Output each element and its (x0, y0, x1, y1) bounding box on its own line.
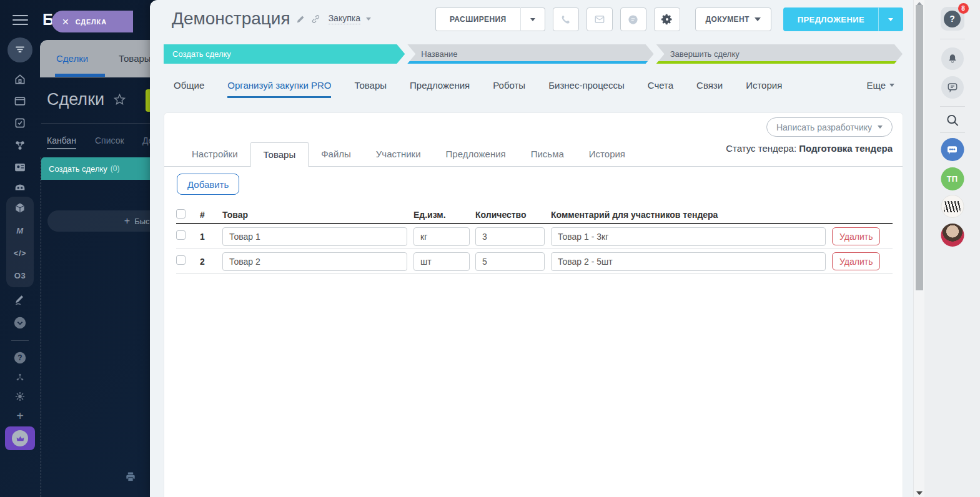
chevron-down-circle-icon[interactable] (13, 316, 27, 330)
structure-icon[interactable] (16, 373, 25, 382)
products-table: # Товар Ед.изм. Количество Комментарий д… (176, 207, 893, 274)
document-button[interactable]: ДОКУМЕНТ (695, 7, 771, 31)
company-icon[interactable] (14, 73, 26, 86)
scrollbar-thumb[interactable] (916, 5, 923, 290)
help-circle-icon[interactable]: ? (13, 351, 27, 365)
general-chat-avatar[interactable] (941, 138, 964, 161)
tab-more[interactable]: Еще (866, 80, 894, 91)
edit-pencil-icon[interactable] (296, 14, 305, 24)
product-name-input[interactable] (222, 227, 407, 246)
settings-gear-icon[interactable] (15, 391, 26, 402)
favorite-star-icon[interactable] (113, 93, 126, 106)
svg-text:?: ? (17, 353, 22, 362)
tab-procurement-pro[interactable]: Организуй закупки PRO (227, 80, 331, 98)
menu-hamburger-icon[interactable] (12, 15, 28, 28)
itab-letters[interactable]: Письма (518, 142, 577, 166)
extensions-button[interactable]: РАСШИРЕНИЯ (435, 7, 520, 31)
divider (41, 123, 165, 124)
helpdesk-button[interactable]: ? 8 (941, 7, 964, 31)
extensions-dropdown-button[interactable] (520, 7, 545, 31)
write-developer-button[interactable]: Написать разработчику (766, 117, 893, 137)
sites-icon[interactable] (14, 95, 26, 107)
add-product-button[interactable]: Добавить (177, 174, 239, 195)
code-icon[interactable]: </> (14, 248, 26, 258)
itab-proposals[interactable]: Предложения (433, 142, 518, 166)
settings-gear-icon-toolbar[interactable] (654, 7, 680, 31)
vertical-scrollbar[interactable] (913, 0, 924, 497)
view-tab-kanban[interactable]: Канбан (47, 135, 76, 149)
workspace-tab-products[interactable]: Товары (119, 53, 151, 64)
phone-icon[interactable] (553, 7, 579, 31)
itab-settings[interactable]: Настройки (179, 142, 250, 166)
search-icon[interactable] (945, 113, 959, 127)
plan-crown-item[interactable] (5, 426, 35, 450)
comment-input[interactable] (551, 252, 826, 271)
view-tab-list[interactable]: Список (95, 135, 124, 145)
tab-links[interactable]: Связи (696, 80, 723, 96)
procurement-card: Написать разработчику Статус тендера: По… (164, 112, 903, 497)
stage-finish-deal[interactable]: Завершить сделку (656, 44, 903, 64)
messenger-icon[interactable] (941, 76, 964, 99)
robot-icon[interactable] (13, 180, 27, 194)
comment-input[interactable] (551, 227, 826, 246)
feedback-chat-icon[interactable] (620, 7, 646, 31)
deal-category-selector[interactable]: Закупка (329, 13, 360, 24)
scroll-down-arrow[interactable] (916, 491, 923, 495)
document-label: ДОКУМЕНТ (706, 15, 750, 24)
tasks-icon[interactable] (14, 117, 26, 129)
extensions-split-button: РАСШИРЕНИЯ (435, 7, 545, 31)
printer-icon[interactable] (124, 471, 137, 483)
itab-participants[interactable]: Участники (364, 142, 433, 166)
tab-robots[interactable]: Роботы (493, 80, 525, 96)
stage-create-deal[interactable]: Создать сделку (164, 44, 405, 64)
deal-tabs: Общие Организуй закупки PRO Товары Предл… (174, 80, 894, 98)
sign-pen-icon[interactable] (14, 293, 26, 306)
user-photo-avatar[interactable] (941, 224, 964, 247)
select-all-checkbox[interactable] (176, 209, 186, 219)
quantity-input[interactable] (475, 252, 545, 271)
proposal-button[interactable]: ПРЕДЛОЖЕНИЕ (783, 7, 878, 31)
workspace-tab-strip: Сделки Товары (40, 40, 165, 77)
contacts-icon[interactable] (14, 161, 27, 174)
link-icon[interactable] (311, 14, 320, 24)
market-icon[interactable]: M (16, 226, 23, 235)
itab-files[interactable]: Файлы (309, 142, 364, 166)
tab-history[interactable]: История (746, 80, 782, 96)
tab-general[interactable]: Общие (174, 80, 204, 96)
itab-history[interactable]: История (577, 142, 638, 166)
delete-row-button[interactable]: Удалить (832, 227, 880, 245)
tp-avatar[interactable]: ТП (941, 167, 964, 190)
right-sidebar: ? 8 ТП (924, 0, 980, 497)
product-name-input[interactable] (222, 252, 407, 271)
add-deal-button-fragment[interactable] (146, 89, 150, 112)
proposal-dropdown-button[interactable] (878, 7, 903, 31)
unit-input[interactable] (413, 227, 470, 246)
quick-deal-button[interactable]: + Быстра (47, 210, 165, 232)
itab-products[interactable]: Товары (250, 142, 309, 167)
company-logo-avatar[interactable] (941, 195, 964, 218)
unit-input[interactable] (413, 252, 470, 271)
kanban-column-header[interactable]: Создать сделку (0) (41, 157, 165, 180)
delete-row-button[interactable]: Удалить (832, 252, 880, 270)
tab-products[interactable]: Товары (354, 80, 387, 96)
deal-toolbar: РАСШИРЕНИЯ ДОКУМЕНТ ПРЕДЛОЖЕНИЕ (435, 7, 903, 31)
network-icon[interactable] (14, 139, 26, 152)
tab-invoices[interactable]: Счета (648, 80, 673, 96)
tab-proposals[interactable]: Предложения (410, 80, 470, 96)
crm-filter-icon[interactable] (7, 37, 32, 62)
email-icon[interactable] (587, 7, 613, 31)
kanban-background: Битрик Сделки Товары Сделки Канбан Списо… (40, 0, 165, 497)
stage-name[interactable]: Название (407, 44, 653, 64)
o3-icon[interactable]: O3 (14, 271, 26, 280)
row-checkbox[interactable] (176, 230, 186, 240)
table-header-row: # Товар Ед.изм. Количество Комментарий д… (176, 207, 893, 224)
cube-icon[interactable] (14, 202, 26, 214)
notifications-bell-icon[interactable] (941, 47, 964, 70)
workspace-tab-deals[interactable]: Сделки (56, 53, 88, 64)
deal-slider-badge[interactable]: ✕ СДЕЛКА (52, 11, 133, 32)
row-checkbox[interactable] (176, 255, 186, 265)
add-plus-icon[interactable]: + (16, 409, 24, 423)
tab-business-processes[interactable]: Бизнес-процессы (548, 80, 625, 96)
close-icon[interactable]: ✕ (62, 17, 69, 27)
quantity-input[interactable] (475, 227, 545, 246)
